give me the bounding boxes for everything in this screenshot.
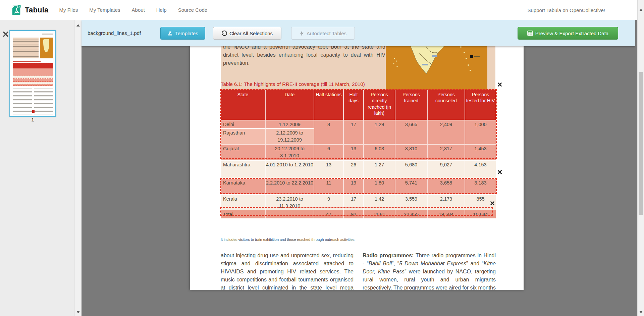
table-title: Table 6.1: The highlights of RRE-II cove…: [221, 81, 365, 87]
nav-item-help[interactable]: Help: [156, 7, 167, 13]
pdf-table-cell: 9,027: [427, 160, 465, 178]
brand[interactable]: Tabula: [11, 3, 48, 17]
thumbnail-page-number: 1: [9, 117, 56, 122]
clear-all-selections-button[interactable]: Clear All Selections: [213, 27, 281, 40]
remove-page-icon[interactable]: [3, 31, 9, 37]
india-map: [386, 46, 487, 91]
thumb-intro-block: [13, 38, 39, 58]
nav-item-source-code[interactable]: Source Code: [178, 7, 208, 13]
lightning-bolt-icon: [300, 31, 304, 36]
preview-export-button[interactable]: Preview & Export Extracted Data: [518, 27, 618, 40]
thumb-header-line: [42, 34, 53, 35]
selection-close-icon[interactable]: [497, 82, 502, 87]
body-text-right-column: Radio programmes: Three radio programmes…: [363, 252, 496, 290]
pdf-table-cell: Maharashtra: [221, 160, 265, 178]
navbar: Tabula My Files My Templates About Help …: [0, 0, 637, 20]
selection-box[interactable]: [220, 207, 493, 216]
pdf-table-cell: 4,153: [465, 160, 496, 178]
tabula-logo-icon: [11, 3, 22, 17]
pdf-table-row: Maharashtra4.01.2010 to 1.2.201013261.27…: [221, 160, 496, 178]
pdf-table-cell: 5,680: [395, 160, 427, 178]
nav-item-about[interactable]: About: [132, 7, 145, 13]
selection-close-icon[interactable]: [490, 201, 495, 206]
nav-item-my-files[interactable]: My Files: [59, 7, 78, 13]
tabula-app: Tabula My Files My Templates About Help …: [0, 0, 644, 316]
pdf-table-cell: 26: [343, 160, 363, 178]
page-thumbnail[interactable]: [9, 30, 56, 117]
support-link[interactable]: Support Tabula on OpenCollective!: [527, 0, 605, 20]
clear-selections-icon: [222, 31, 227, 36]
thumb-map: [40, 38, 53, 58]
pdf-table-cell: 13: [314, 160, 343, 178]
templates-button[interactable]: Templates: [160, 27, 205, 40]
window-scrollbar[interactable]: [637, 0, 644, 316]
thumb-table: [13, 63, 53, 86]
table-footnote: It includes visitors to train exhibition…: [221, 238, 355, 242]
nav-item-my-templates[interactable]: My Templates: [89, 7, 120, 13]
autodetect-tables-button[interactable]: Autodetect Tables: [291, 27, 355, 40]
brand-title: Tabula: [25, 6, 48, 14]
thumb-text-left: [13, 89, 32, 115]
thumb-page-badge: [32, 110, 35, 113]
scroll-down-icon[interactable]: [639, 311, 643, 313]
selection-box[interactable]: [220, 178, 497, 194]
scroll-up-icon[interactable]: [639, 9, 643, 11]
pdf-table-cell: 1.27: [363, 160, 395, 178]
main-area: background_lines_1.pdf Templates Clear A…: [82, 20, 637, 316]
scrollbar-thumb[interactable]: [639, 72, 643, 215]
pdf-table-cell: 4.01.2010 to 1.2.2010: [265, 160, 314, 178]
thumb-text-right: [34, 89, 53, 115]
current-filename: background_lines_1.pdf: [88, 20, 141, 46]
sidebar-scrollbar[interactable]: [74, 20, 82, 316]
scroll-up-icon[interactable]: [76, 24, 80, 27]
selection-close-icon[interactable]: [497, 170, 502, 174]
scroll-down-icon[interactable]: [76, 311, 80, 313]
templates-icon: [167, 31, 173, 36]
thumb-table-title: [13, 61, 41, 62]
toolbar: background_lines_1.pdf Templates Clear A…: [82, 20, 635, 46]
pdf-page[interactable]: can access the services, without fear an…: [190, 46, 524, 290]
export-table-icon: [527, 31, 533, 36]
intro-paragraph: can access the services, without fear an…: [223, 46, 385, 67]
selection-box[interactable]: [220, 89, 497, 159]
sidebar: 1: [0, 20, 82, 316]
body-text-left-column: about injecting drug use and unprotected…: [221, 252, 354, 290]
nav-links: My Files My Templates About Help Source …: [59, 7, 219, 13]
